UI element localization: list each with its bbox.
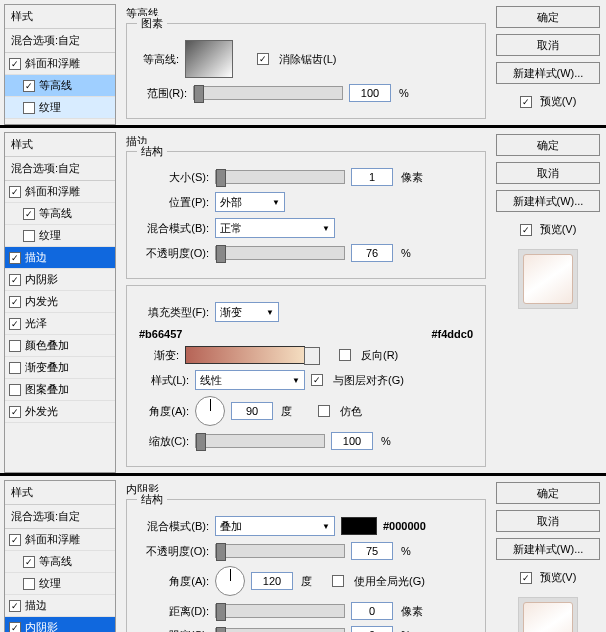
item-bevel[interactable]: 斜面和浮雕 [5,53,115,75]
item-contour[interactable]: 等高线 [5,551,115,573]
align-label: 与图层对齐(G) [333,373,404,388]
opacity-input[interactable]: 76 [351,244,393,262]
fill-select[interactable]: 渐变▼ [215,302,279,322]
cancel-button[interactable]: 取消 [496,510,600,532]
item-stroke[interactable]: 描边 [5,595,115,617]
checkbox-icon[interactable] [9,384,21,396]
main-area: 等高线 图素 等高线: 消除锯齿(L) 范围(R): .p1s::after{l… [116,0,496,125]
item-pattern-overlay[interactable]: 图案叠加 [5,379,115,401]
opacity-input[interactable]: 75 [351,542,393,560]
choke-input[interactable]: 0 [351,626,393,632]
checkbox-icon[interactable] [23,230,35,242]
scale-slider[interactable] [195,434,325,448]
blending-options[interactable]: 混合选项:自定 [5,505,115,529]
antialias-checkbox[interactable] [257,53,269,65]
checkbox-icon[interactable] [23,80,35,92]
preview-checkbox[interactable] [520,96,532,108]
opacity-slider[interactable] [215,246,345,260]
cancel-button[interactable]: 取消 [496,162,600,184]
fieldset-structure: 结构 混合模式(B):叠加▼#000000 不透明度(O):75% 角度(A):… [126,499,486,632]
checkbox-icon[interactable] [9,186,21,198]
item-color-overlay[interactable]: 颜色叠加 [5,335,115,357]
checkbox-icon[interactable] [23,102,35,114]
choke-slider[interactable] [215,628,345,632]
pos-label: 位置(P): [139,195,209,210]
size-input[interactable]: 1 [351,168,393,186]
item-contour[interactable]: 等高线 [5,75,115,97]
checkbox-icon[interactable] [9,318,21,330]
angle-input[interactable]: 120 [251,572,293,590]
checkbox-icon[interactable] [9,600,21,612]
checkbox-icon[interactable] [23,578,35,590]
preview-checkbox[interactable] [520,572,532,584]
item-grad-overlay[interactable]: 渐变叠加 [5,357,115,379]
checkbox-icon[interactable] [9,406,21,418]
align-checkbox[interactable] [311,374,323,386]
ok-button[interactable]: 确定 [496,482,600,504]
checkbox-icon[interactable] [9,534,21,546]
new-style-button[interactable]: 新建样式(W)... [496,190,600,212]
item-inner-glow[interactable]: 内发光 [5,291,115,313]
dist-input[interactable]: 0 [351,602,393,620]
new-style-button[interactable]: 新建样式(W)... [496,62,600,84]
range-slider[interactable]: .p1s::after{left:148px} [193,86,343,100]
hex-annot-1: #b66457 [139,328,182,340]
hex-annot-2: #f4ddc0 [431,328,473,340]
blend-select[interactable]: 正常▼ [215,218,335,238]
size-slider[interactable] [215,170,345,184]
checkbox-icon[interactable] [9,274,21,286]
blend-select[interactable]: 叠加▼ [215,516,335,536]
item-texture[interactable]: 纹理 [5,97,115,119]
scale-input[interactable]: 100 [331,432,373,450]
checkbox-icon[interactable] [23,556,35,568]
item-inner-shadow[interactable]: 内阴影 [5,617,115,632]
angle-input[interactable]: 90 [231,402,273,420]
angle-dial[interactable] [215,566,245,596]
item-texture[interactable]: 纹理 [5,573,115,595]
gradient-picker[interactable] [185,346,305,364]
item-bevel[interactable]: 斜面和浮雕 [5,529,115,551]
style-select[interactable]: 线性▼ [195,370,305,390]
contour-picker[interactable] [185,40,233,78]
ok-button[interactable]: 确定 [496,134,600,156]
chevron-down-icon: ▼ [266,308,274,317]
global-label: 使用全局光(G) [354,574,425,589]
item-inner-shadow[interactable]: 内阴影 [5,269,115,291]
checkbox-icon[interactable] [9,340,21,352]
item-contour[interactable]: 等高线 [5,203,115,225]
item-outer-glow[interactable]: 外发光 [5,401,115,423]
pos-select[interactable]: 外部▼ [215,192,285,212]
blending-options[interactable]: 混合选项:自定 [5,29,115,53]
item-bevel[interactable]: 斜面和浮雕 [5,181,115,203]
checkbox-icon[interactable] [9,58,21,70]
angle-label: 角度(A): [139,404,189,419]
preview-thumbnail [518,249,578,309]
preview-checkbox[interactable] [520,224,532,236]
cancel-button[interactable]: 取消 [496,34,600,56]
item-stroke[interactable]: 描边 [5,247,115,269]
opacity-slider[interactable] [215,544,345,558]
checkbox-icon[interactable] [9,362,21,374]
checkbox-icon[interactable] [9,296,21,308]
item-satin[interactable]: 光泽 [5,313,115,335]
blending-options[interactable]: 混合选项:自定 [5,157,115,181]
chevron-down-icon: ▼ [292,376,300,385]
sidebar-title: 样式 [5,5,115,29]
range-input[interactable]: 100 [349,84,391,102]
reverse-checkbox[interactable] [339,349,351,361]
panel-stroke: 样式 混合选项:自定 斜面和浮雕 等高线 纹理 描边 内阴影 内发光 光泽 颜色… [0,128,606,476]
ok-button[interactable]: 确定 [496,6,600,28]
global-checkbox[interactable] [332,575,344,587]
checkbox-icon[interactable] [9,252,21,264]
checkbox-icon[interactable] [9,622,21,633]
item-texture[interactable]: 纹理 [5,225,115,247]
angle-dial[interactable] [195,396,225,426]
color-picker[interactable] [341,517,377,535]
new-style-button[interactable]: 新建样式(W)... [496,538,600,560]
dither-checkbox[interactable] [318,405,330,417]
dist-slider[interactable] [215,604,345,618]
fieldset-fill: 填充类型(F):渐变▼ #b66457#f4ddc0 渐变:反向(R) 样式(L… [126,285,486,467]
checkbox-icon[interactable] [23,208,35,220]
unit-px: 像素 [401,170,423,185]
unit-pct: % [381,435,391,447]
